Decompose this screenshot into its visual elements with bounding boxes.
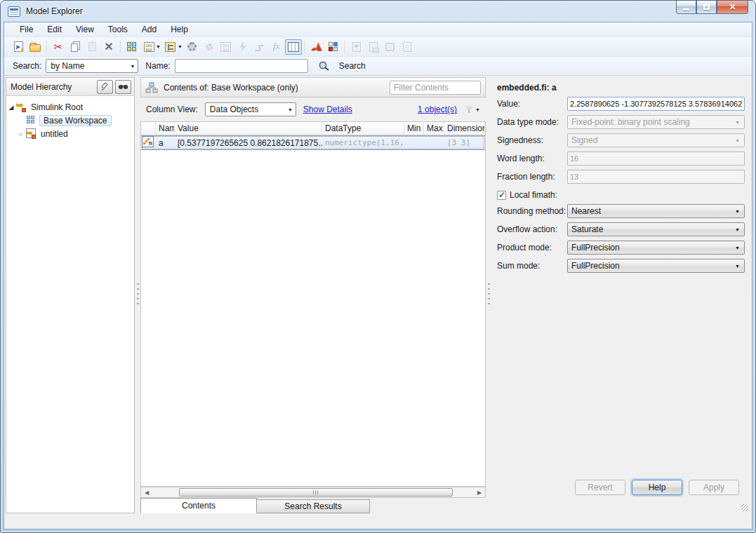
search-mode-combobox[interactable]: by Name ▼ [46, 59, 138, 73]
step-signal-icon [255, 43, 265, 51]
menu-help[interactable]: Help [164, 23, 195, 36]
library-button[interactable] [325, 39, 342, 55]
revert-button[interactable]: Revert [575, 480, 625, 495]
titlebar[interactable]: Model Explorer ✕ [1, 1, 755, 22]
tab-contents[interactable]: Contents [140, 498, 257, 513]
fi-object-icon: fi [142, 136, 154, 147]
column-header-dimensions[interactable]: Dimensions [444, 122, 485, 135]
local-fimath-checkbox[interactable] [497, 191, 506, 200]
new-model-icon: ➤✶ [14, 41, 23, 52]
scroll-right-arrow-icon[interactable]: ▶ [474, 490, 485, 496]
scroll-left-arrow-icon[interactable]: ◀ [141, 490, 152, 496]
engine-button[interactable] [201, 39, 218, 55]
search-button[interactable]: Search [339, 61, 366, 71]
funnel-icon [464, 106, 474, 113]
filter-page-button[interactable] [348, 39, 365, 55]
table-row[interactable]: fi a [0.5377197265625 0.8621826171875...… [141, 135, 485, 150]
step-button[interactable] [251, 39, 268, 55]
left-splitter[interactable] [135, 77, 140, 513]
tree-item-simulink-root[interactable]: ◢ ➥ Simulink Root [6, 100, 134, 114]
paste-button[interactable] [84, 39, 100, 55]
show-details-link[interactable]: Show Details [303, 104, 352, 114]
data-type-mode-label: Data type mode: [497, 117, 567, 127]
chevron-down-icon: ▼ [735, 120, 740, 125]
column-header-value[interactable]: Value [175, 122, 322, 135]
function-button[interactable]: fx [268, 39, 285, 55]
cut-icon: ✂ [54, 41, 63, 53]
app-frame: File Edit View Tools Add Help ➤✶ ✂ ✕ 101… [4, 22, 752, 529]
column-header-icon[interactable] [141, 122, 156, 135]
remove-page-button[interactable] [365, 39, 382, 55]
menu-edit[interactable]: Edit [40, 23, 69, 36]
exchange-button[interactable] [382, 39, 399, 55]
rounding-method-combobox[interactable]: Nearest ▼ [567, 204, 745, 218]
tree-item-untitled[interactable]: ▹ ➥ untitled [6, 127, 134, 140]
product-mode-label: Product mode: [497, 243, 567, 252]
close-button[interactable]: ✕ [717, 1, 748, 14]
cell-dimensions: [3 3] [444, 138, 485, 147]
column-header-min[interactable]: Min [404, 122, 424, 135]
app-icon [8, 6, 20, 17]
menu-file[interactable]: File [13, 23, 40, 36]
sum-mode-combobox[interactable]: FullPrecision ▼ [567, 259, 745, 273]
tree-item-base-workspace[interactable]: Base Workspace [6, 114, 134, 127]
search-bar: Search: by Name ▼ Name: Search [4, 57, 752, 76]
lightning-icon [239, 42, 246, 52]
overflow-action-combobox[interactable]: Saturate ▼ [567, 222, 745, 236]
minimize-button[interactable] [676, 1, 696, 14]
menu-view[interactable]: View [69, 23, 101, 36]
scrollbar-thumb[interactable] [179, 488, 453, 497]
matlab-button[interactable] [308, 39, 325, 55]
view-options-button[interactable] [115, 80, 131, 94]
tree-view-button[interactable] [162, 39, 179, 55]
column-view-combobox[interactable]: Data Objects ▼ [205, 102, 296, 116]
value-input[interactable] [567, 97, 745, 111]
window-title: Model Explorer [26, 6, 83, 16]
cut-button[interactable]: ✂ [50, 39, 67, 55]
new-model-button[interactable]: ➤✶ [10, 39, 27, 55]
main-area: Model Hierarchy [4, 76, 752, 529]
data-type-mode-combobox: Fixed-point: binary point scaling ▼ [567, 115, 745, 129]
menu-tools[interactable]: Tools [101, 23, 135, 36]
right-splitter[interactable] [486, 77, 491, 513]
expander-expanded-icon[interactable]: ◢ [6, 104, 16, 111]
run-search-button[interactable] [318, 60, 331, 72]
expander-collapsed-icon[interactable]: ▹ [16, 130, 26, 137]
cell-name: a [156, 138, 175, 148]
report-button[interactable] [399, 39, 416, 55]
apply-button[interactable]: Apply [689, 480, 739, 495]
column-header-datatype[interactable]: DataType [322, 122, 404, 135]
maximize-button[interactable] [696, 1, 717, 14]
column-view-button[interactable] [285, 39, 302, 55]
help-button[interactable]: Help [632, 480, 682, 495]
update-diagram-button[interactable] [234, 39, 251, 55]
configure-button[interactable] [184, 39, 201, 55]
delete-button[interactable]: ✕ [100, 39, 117, 55]
product-mode-combobox[interactable]: FullPrecision ▼ [567, 241, 745, 255]
column-header-name[interactable]: Name [156, 122, 175, 135]
binary-view-button[interactable]: 101010 [140, 39, 157, 55]
filter-contents-input[interactable] [390, 81, 481, 95]
resize-grip[interactable] [741, 504, 748, 511]
properties-title: embedded.fi: a [497, 83, 557, 93]
edit-hierarchy-button[interactable] [97, 80, 113, 94]
object-count-link[interactable]: 1 object(s) [418, 104, 457, 114]
column-header-max[interactable]: Max [424, 122, 444, 135]
open-button[interactable] [27, 39, 44, 55]
table-header[interactable]: Name Value DataType Min Max Dimensions [141, 122, 485, 135]
signedness-label: Signedness: [497, 135, 567, 145]
menu-add[interactable]: Add [135, 23, 164, 36]
word-length-label: Word length: [497, 154, 567, 163]
tab-search-results[interactable]: Search Results [257, 499, 370, 513]
binary-code-button[interactable]: 101010 [218, 39, 234, 55]
row-filter-button[interactable]: ▼ [464, 106, 480, 113]
copy-button[interactable] [67, 39, 84, 55]
horizontal-scrollbar[interactable]: ◀ ▶ [140, 487, 486, 498]
search-name-input[interactable] [175, 59, 308, 73]
quad-view-icon [127, 42, 137, 52]
gears-icon [187, 42, 197, 51]
rounding-method-value: Nearest [571, 206, 601, 216]
quad-view-button[interactable] [124, 39, 140, 55]
base-workspace-icon [26, 115, 37, 126]
chevron-down-icon: ▼ [288, 107, 293, 112]
